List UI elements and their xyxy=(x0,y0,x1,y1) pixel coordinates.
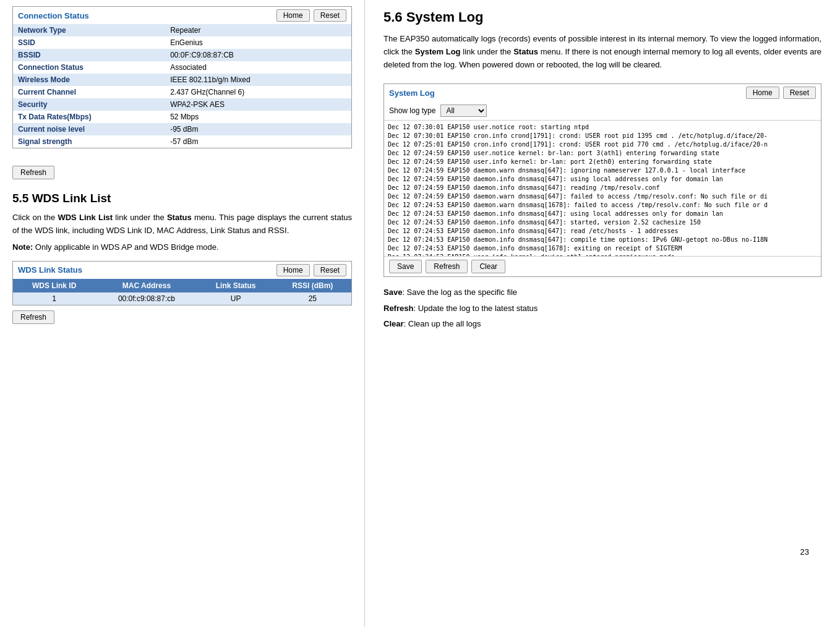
wds-home-button[interactable]: Home xyxy=(276,264,310,276)
syslog-section-heading: 5.6 System Log xyxy=(384,9,821,25)
row-value: IEEE 802.11b/g/n Mixed xyxy=(165,74,351,86)
syslog-header: System Log Home Reset xyxy=(384,84,821,101)
row-label: SSID xyxy=(13,36,165,49)
row-label: Current Channel xyxy=(13,86,165,98)
wds-section: 5.5 WDS Link List Click on the WDS Link … xyxy=(12,192,352,324)
wds-note: Note: Only applicable in WDS AP and WDS … xyxy=(12,242,352,252)
table-row: Wireless ModeIEEE 802.11b/g/n Mixed xyxy=(13,74,351,86)
syslog-refresh-button[interactable]: Refresh xyxy=(426,260,468,273)
syslog-content: Dec 12 07:30:01 EAP150 user.notice root:… xyxy=(384,121,821,257)
column-header: RSSI (dBm) xyxy=(274,279,351,292)
wds-body-text: Click on the WDS Link List link under th… xyxy=(12,211,352,237)
table-cell: 25 xyxy=(274,292,351,305)
syslog-reset-button[interactable]: Reset xyxy=(783,87,816,99)
right-panel-inner: 5.6 System Log The EAP350 automatically … xyxy=(384,9,821,566)
syslog-body-paragraph: The EAP350 automatically logs (records) … xyxy=(384,33,821,71)
table-row: Network TypeRepeater xyxy=(13,24,351,36)
right-panel: 5.6 System Log The EAP350 automatically … xyxy=(365,0,840,627)
syslog-clear-button[interactable]: Clear xyxy=(471,260,505,273)
syslog-descriptions: Save: Save the log as the specific fileR… xyxy=(384,286,821,330)
row-value: Associated xyxy=(165,61,351,74)
syslog-filter-row: Show log type AllErrorWarningNoticeInfo xyxy=(384,101,821,121)
row-label: Network Type xyxy=(13,24,165,36)
row-value: Repeater xyxy=(165,24,351,36)
row-value: 52 Mbps xyxy=(165,111,351,123)
table-cell: 1 xyxy=(13,292,95,305)
connection-reset-button[interactable]: Reset xyxy=(314,9,346,22)
wds-link-status-box: WDS Link Status Home Reset WDS Link IDMA… xyxy=(12,261,352,305)
column-header: WDS Link ID xyxy=(13,279,95,292)
row-label: BSSID xyxy=(13,49,165,61)
page-number: 23 xyxy=(800,547,809,557)
row-label: Connection Status xyxy=(13,61,165,74)
wds-refresh-button[interactable]: Refresh xyxy=(12,310,54,324)
row-label: Wireless Mode xyxy=(13,74,165,86)
syslog-filter-select[interactable]: AllErrorWarningNoticeInfo xyxy=(440,105,487,117)
syslog-save-button[interactable]: Save xyxy=(389,260,422,273)
syslog-home-button[interactable]: Home xyxy=(746,87,779,99)
table-row: SSIDEnGenius xyxy=(13,36,351,49)
row-value: WPA2-PSK AES xyxy=(165,98,351,111)
table-row: 100:0f:c9:08:87:cbUP25 xyxy=(13,292,351,305)
description-item: Save: Save the log as the specific file xyxy=(384,286,821,299)
table-row: SecurityWPA2-PSK AES xyxy=(13,98,351,111)
wds-link-table: WDS Link IDMAC AddressLink StatusRSSI (d… xyxy=(13,279,351,305)
syslog-filter-label: Show log type xyxy=(389,106,435,115)
table-cell: 00:0f:c9:08:87:cb xyxy=(95,292,197,305)
row-value: 00:0F:C9:08:87:CB xyxy=(165,49,351,61)
row-label: Signal strength xyxy=(13,135,165,148)
description-item: Refresh: Update the log to the latest st… xyxy=(384,302,821,315)
wds-box-header: WDS Link Status Home Reset xyxy=(13,262,351,279)
syslog-box: System Log Home Reset Show log type AllE… xyxy=(384,83,821,277)
syslog-header-buttons: Home Reset xyxy=(746,87,816,99)
connection-status-buttons: Home Reset xyxy=(276,9,346,22)
connection-status-header: Connection Status Home Reset xyxy=(13,7,351,24)
row-label: Tx Data Rates(Mbps) xyxy=(13,111,165,123)
table-row: BSSID00:0F:C9:08:87:CB xyxy=(13,49,351,61)
connection-refresh-button[interactable]: Refresh xyxy=(12,166,54,179)
connection-status-box: Connection Status Home Reset Network Typ… xyxy=(12,6,352,148)
table-row: Signal strength-57 dBm xyxy=(13,135,351,148)
row-value: EnGenius xyxy=(165,36,351,49)
row-value: -57 dBm xyxy=(165,135,351,148)
syslog-title: System Log xyxy=(389,88,435,98)
syslog-footer: Save Refresh Clear xyxy=(384,257,821,276)
row-value: -95 dBm xyxy=(165,123,351,135)
table-row: Current Channel2.437 GHz(Channel 6) xyxy=(13,86,351,98)
wds-box-title: WDS Link Status xyxy=(18,265,82,275)
row-label: Current noise level xyxy=(13,123,165,135)
table-row: Current noise level-95 dBm xyxy=(13,123,351,135)
table-row: Connection StatusAssociated xyxy=(13,61,351,74)
connection-status-title: Connection Status xyxy=(18,11,89,20)
wds-heading: 5.5 WDS Link List xyxy=(12,192,352,205)
column-header: MAC Address xyxy=(95,279,197,292)
left-panel: Connection Status Home Reset Network Typ… xyxy=(0,0,365,627)
connection-home-button[interactable]: Home xyxy=(276,9,310,22)
description-item: Clear: Clean up the all logs xyxy=(384,318,821,330)
table-row: Tx Data Rates(Mbps)52 Mbps xyxy=(13,111,351,123)
row-label: Security xyxy=(13,98,165,111)
column-header: Link Status xyxy=(197,279,273,292)
wds-box-buttons: Home Reset xyxy=(276,264,346,276)
table-cell: UP xyxy=(197,292,273,305)
wds-reset-button[interactable]: Reset xyxy=(314,264,346,276)
connection-status-table: Network TypeRepeaterSSIDEnGeniusBSSID00:… xyxy=(13,24,351,148)
row-value: 2.437 GHz(Channel 6) xyxy=(165,86,351,98)
